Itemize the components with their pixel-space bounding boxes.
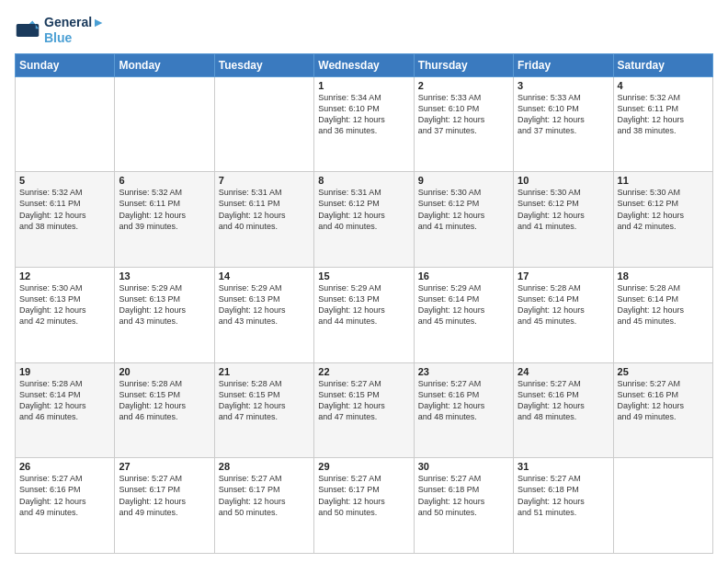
cell-info: Sunrise: 5:27 AM Sunset: 6:17 PM Dayligh… bbox=[119, 473, 210, 518]
logo: General► Blue bbox=[15, 15, 105, 46]
day-header: Saturday bbox=[613, 53, 712, 76]
cell-info: Sunrise: 5:32 AM Sunset: 6:11 PM Dayligh… bbox=[19, 187, 110, 232]
page: General► Blue SundayMondayTuesdayWednesd… bbox=[0, 0, 728, 563]
day-number: 11 bbox=[618, 175, 709, 186]
day-number: 18 bbox=[618, 270, 709, 282]
calendar-cell bbox=[214, 76, 313, 172]
cell-info: Sunrise: 5:30 AM Sunset: 6:12 PM Dayligh… bbox=[518, 187, 609, 232]
cell-info: Sunrise: 5:27 AM Sunset: 6:15 PM Dayligh… bbox=[318, 378, 409, 423]
cell-info: Sunrise: 5:27 AM Sunset: 6:16 PM Dayligh… bbox=[418, 378, 509, 423]
calendar-cell: 8Sunrise: 5:31 AM Sunset: 6:12 PM Daylig… bbox=[314, 172, 414, 268]
cell-info: Sunrise: 5:31 AM Sunset: 6:12 PM Dayligh… bbox=[318, 187, 409, 232]
calendar-header: SundayMondayTuesdayWednesdayThursdayFrid… bbox=[16, 53, 713, 76]
calendar-cell: 18Sunrise: 5:28 AM Sunset: 6:14 PM Dayli… bbox=[613, 267, 712, 362]
cell-info: Sunrise: 5:28 AM Sunset: 6:14 PM Dayligh… bbox=[518, 282, 609, 327]
svg-rect-0 bbox=[17, 24, 40, 37]
day-number: 8 bbox=[318, 175, 409, 186]
calendar-cell: 16Sunrise: 5:29 AM Sunset: 6:14 PM Dayli… bbox=[414, 267, 513, 362]
cell-info: Sunrise: 5:29 AM Sunset: 6:13 PM Dayligh… bbox=[318, 282, 409, 327]
calendar-cell: 19Sunrise: 5:28 AM Sunset: 6:14 PM Dayli… bbox=[16, 362, 115, 458]
calendar-body: 1Sunrise: 5:34 AM Sunset: 6:10 PM Daylig… bbox=[16, 76, 713, 553]
cell-info: Sunrise: 5:27 AM Sunset: 6:16 PM Dayligh… bbox=[518, 378, 609, 423]
day-number: 7 bbox=[219, 175, 310, 186]
header: General► Blue bbox=[15, 15, 713, 46]
cell-info: Sunrise: 5:28 AM Sunset: 6:15 PM Dayligh… bbox=[119, 378, 210, 423]
day-number: 2 bbox=[418, 80, 509, 91]
calendar-cell: 17Sunrise: 5:28 AM Sunset: 6:14 PM Dayli… bbox=[514, 267, 613, 362]
calendar-cell: 24Sunrise: 5:27 AM Sunset: 6:16 PM Dayli… bbox=[514, 362, 613, 458]
header-row: SundayMondayTuesdayWednesdayThursdayFrid… bbox=[16, 53, 713, 76]
calendar-cell: 11Sunrise: 5:30 AM Sunset: 6:12 PM Dayli… bbox=[613, 172, 712, 268]
day-number: 4 bbox=[618, 80, 709, 91]
day-number: 22 bbox=[318, 366, 409, 377]
day-number: 21 bbox=[219, 366, 310, 377]
cell-info: Sunrise: 5:33 AM Sunset: 6:10 PM Dayligh… bbox=[518, 92, 609, 137]
calendar-week-row: 26Sunrise: 5:27 AM Sunset: 6:16 PM Dayli… bbox=[16, 458, 713, 554]
day-number: 27 bbox=[119, 461, 210, 472]
cell-info: Sunrise: 5:27 AM Sunset: 6:18 PM Dayligh… bbox=[418, 473, 509, 518]
cell-info: Sunrise: 5:27 AM Sunset: 6:16 PM Dayligh… bbox=[618, 378, 709, 423]
cell-info: Sunrise: 5:27 AM Sunset: 6:16 PM Dayligh… bbox=[19, 473, 110, 518]
day-number: 14 bbox=[219, 270, 310, 282]
calendar-cell: 31Sunrise: 5:27 AM Sunset: 6:18 PM Dayli… bbox=[514, 458, 613, 554]
calendar-cell: 20Sunrise: 5:28 AM Sunset: 6:15 PM Dayli… bbox=[115, 362, 214, 458]
day-number: 3 bbox=[518, 80, 609, 91]
calendar-cell: 12Sunrise: 5:30 AM Sunset: 6:13 PM Dayli… bbox=[16, 267, 115, 362]
day-number: 25 bbox=[618, 366, 709, 377]
day-header: Thursday bbox=[414, 53, 513, 76]
calendar-week-row: 5Sunrise: 5:32 AM Sunset: 6:11 PM Daylig… bbox=[16, 172, 713, 268]
day-number: 30 bbox=[418, 461, 509, 472]
cell-info: Sunrise: 5:29 AM Sunset: 6:14 PM Dayligh… bbox=[418, 282, 509, 327]
calendar-cell: 22Sunrise: 5:27 AM Sunset: 6:15 PM Dayli… bbox=[314, 362, 414, 458]
logo-text: General► Blue bbox=[44, 15, 105, 46]
cell-info: Sunrise: 5:32 AM Sunset: 6:11 PM Dayligh… bbox=[119, 187, 210, 232]
calendar-cell: 10Sunrise: 5:30 AM Sunset: 6:12 PM Dayli… bbox=[514, 172, 613, 268]
calendar-cell: 9Sunrise: 5:30 AM Sunset: 6:12 PM Daylig… bbox=[414, 172, 513, 268]
cell-info: Sunrise: 5:31 AM Sunset: 6:11 PM Dayligh… bbox=[219, 187, 310, 232]
day-number: 12 bbox=[19, 270, 110, 282]
calendar-cell: 23Sunrise: 5:27 AM Sunset: 6:16 PM Dayli… bbox=[414, 362, 513, 458]
day-number: 10 bbox=[518, 175, 609, 186]
calendar-week-row: 1Sunrise: 5:34 AM Sunset: 6:10 PM Daylig… bbox=[16, 76, 713, 172]
calendar-cell: 5Sunrise: 5:32 AM Sunset: 6:11 PM Daylig… bbox=[16, 172, 115, 268]
cell-info: Sunrise: 5:29 AM Sunset: 6:13 PM Dayligh… bbox=[119, 282, 210, 327]
calendar-cell: 25Sunrise: 5:27 AM Sunset: 6:16 PM Dayli… bbox=[613, 362, 712, 458]
day-header: Wednesday bbox=[314, 53, 414, 76]
day-header: Monday bbox=[115, 53, 214, 76]
cell-info: Sunrise: 5:28 AM Sunset: 6:14 PM Dayligh… bbox=[19, 378, 110, 423]
day-number: 28 bbox=[219, 461, 310, 472]
day-number: 26 bbox=[19, 461, 110, 472]
cell-info: Sunrise: 5:32 AM Sunset: 6:11 PM Dayligh… bbox=[618, 92, 709, 137]
cell-info: Sunrise: 5:30 AM Sunset: 6:13 PM Dayligh… bbox=[19, 282, 110, 327]
cell-info: Sunrise: 5:28 AM Sunset: 6:15 PM Dayligh… bbox=[219, 378, 310, 423]
calendar-cell: 7Sunrise: 5:31 AM Sunset: 6:11 PM Daylig… bbox=[214, 172, 313, 268]
calendar-cell: 26Sunrise: 5:27 AM Sunset: 6:16 PM Dayli… bbox=[16, 458, 115, 554]
day-number: 23 bbox=[418, 366, 509, 377]
calendar-cell: 6Sunrise: 5:32 AM Sunset: 6:11 PM Daylig… bbox=[115, 172, 214, 268]
logo-icon bbox=[15, 17, 40, 43]
day-number: 13 bbox=[119, 270, 210, 282]
calendar-cell: 27Sunrise: 5:27 AM Sunset: 6:17 PM Dayli… bbox=[115, 458, 214, 554]
calendar-cell: 3Sunrise: 5:33 AM Sunset: 6:10 PM Daylig… bbox=[514, 76, 613, 172]
day-number: 9 bbox=[418, 175, 509, 186]
day-number: 29 bbox=[318, 461, 409, 472]
calendar-cell: 1Sunrise: 5:34 AM Sunset: 6:10 PM Daylig… bbox=[314, 76, 414, 172]
calendar-cell: 30Sunrise: 5:27 AM Sunset: 6:18 PM Dayli… bbox=[414, 458, 513, 554]
day-header: Sunday bbox=[16, 53, 115, 76]
day-number: 6 bbox=[119, 175, 210, 186]
day-number: 1 bbox=[318, 80, 409, 91]
day-number: 24 bbox=[518, 366, 609, 377]
calendar-cell bbox=[613, 458, 712, 554]
cell-info: Sunrise: 5:27 AM Sunset: 6:17 PM Dayligh… bbox=[318, 473, 409, 518]
calendar-cell: 13Sunrise: 5:29 AM Sunset: 6:13 PM Dayli… bbox=[115, 267, 214, 362]
cell-info: Sunrise: 5:33 AM Sunset: 6:10 PM Dayligh… bbox=[418, 92, 509, 137]
day-header: Tuesday bbox=[214, 53, 313, 76]
calendar-week-row: 12Sunrise: 5:30 AM Sunset: 6:13 PM Dayli… bbox=[16, 267, 713, 362]
calendar-cell bbox=[115, 76, 214, 172]
cell-info: Sunrise: 5:30 AM Sunset: 6:12 PM Dayligh… bbox=[618, 187, 709, 232]
day-number: 17 bbox=[518, 270, 609, 282]
day-number: 5 bbox=[19, 175, 110, 186]
cell-info: Sunrise: 5:34 AM Sunset: 6:10 PM Dayligh… bbox=[318, 92, 409, 137]
calendar-cell bbox=[16, 76, 115, 172]
cell-info: Sunrise: 5:30 AM Sunset: 6:12 PM Dayligh… bbox=[418, 187, 509, 232]
